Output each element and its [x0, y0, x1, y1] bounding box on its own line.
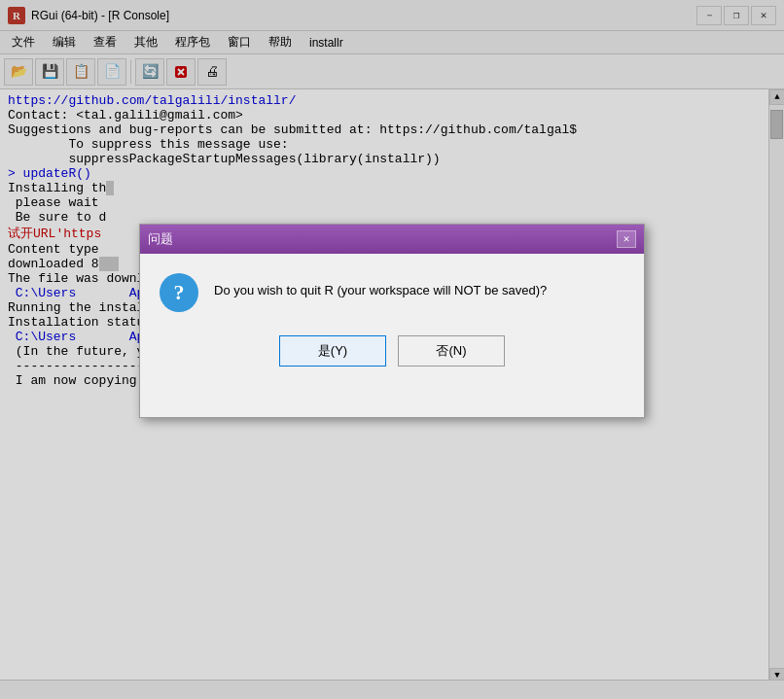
dialog-yes-button[interactable]: 是(Y) [279, 335, 386, 367]
dialog-overlay: 问题 ✕ ? Do you wish to quit R (your works… [0, 0, 784, 699]
dialog-buttons: 是(Y) 否(N) [140, 328, 644, 386]
dialog-question-icon: ? [160, 273, 198, 312]
quit-dialog: 问题 ✕ ? Do you wish to quit R (your works… [139, 224, 645, 418]
dialog-title-bar: 问题 ✕ [140, 225, 644, 254]
dialog-body: ? Do you wish to quit R (your workspace … [140, 254, 644, 328]
dialog-no-button[interactable]: 否(N) [398, 335, 505, 367]
main-window: R RGui (64-bit) - [R Console] － ❐ ✕ 文件 编… [0, 0, 784, 699]
dialog-close-button[interactable]: ✕ [617, 230, 636, 248]
dialog-title: 问题 [148, 230, 173, 248]
dialog-message: Do you wish to quit R (your workspace wi… [214, 273, 547, 300]
